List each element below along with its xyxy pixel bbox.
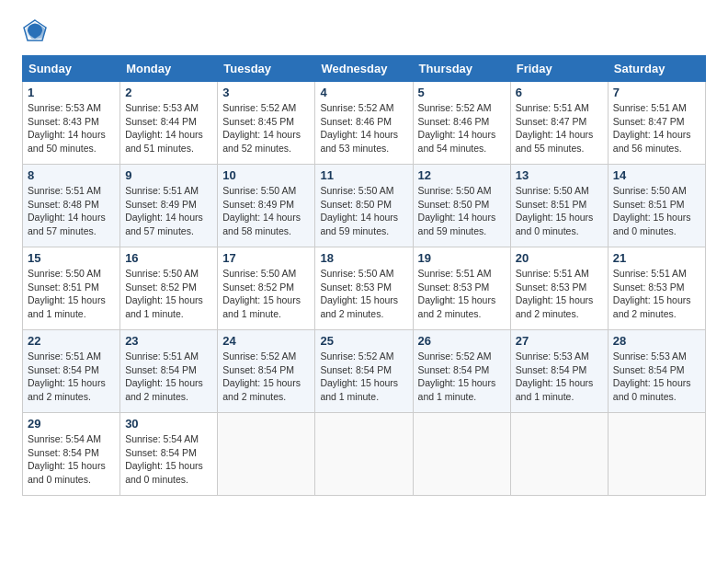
day-info: Sunrise: 5:50 AM Sunset: 8:53 PM Dayligh… xyxy=(320,267,407,321)
day-cell-22: 22Sunrise: 5:51 AM Sunset: 8:54 PM Dayli… xyxy=(23,330,120,413)
day-number: 2 xyxy=(125,86,212,99)
day-info: Sunrise: 5:53 AM Sunset: 8:54 PM Dayligh… xyxy=(516,350,603,404)
day-info: Sunrise: 5:50 AM Sunset: 8:52 PM Dayligh… xyxy=(125,267,212,321)
day-info: Sunrise: 5:52 AM Sunset: 8:54 PM Dayligh… xyxy=(418,350,506,404)
day-info: Sunrise: 5:53 AM Sunset: 8:54 PM Dayligh… xyxy=(613,350,700,404)
day-cell-25: 25Sunrise: 5:52 AM Sunset: 8:54 PM Dayli… xyxy=(315,330,413,413)
day-cell-20: 20Sunrise: 5:51 AM Sunset: 8:53 PM Dayli… xyxy=(510,247,608,330)
day-cell-24: 24Sunrise: 5:52 AM Sunset: 8:54 PM Dayli… xyxy=(218,330,315,413)
day-cell-27: 27Sunrise: 5:53 AM Sunset: 8:54 PM Dayli… xyxy=(510,330,608,413)
day-cell-19: 19Sunrise: 5:51 AM Sunset: 8:53 PM Dayli… xyxy=(413,247,510,330)
day-info: Sunrise: 5:52 AM Sunset: 8:46 PM Dayligh… xyxy=(418,101,506,155)
day-number: 27 xyxy=(516,334,603,348)
day-number: 6 xyxy=(516,86,603,99)
empty-cell xyxy=(218,413,315,496)
day-info: Sunrise: 5:51 AM Sunset: 8:54 PM Dayligh… xyxy=(28,350,115,404)
day-info: Sunrise: 5:52 AM Sunset: 8:45 PM Dayligh… xyxy=(222,101,310,155)
day-cell-12: 12Sunrise: 5:50 AM Sunset: 8:50 PM Dayli… xyxy=(413,165,510,247)
day-info: Sunrise: 5:50 AM Sunset: 8:50 PM Dayligh… xyxy=(320,184,407,238)
day-number: 24 xyxy=(222,334,310,348)
day-number: 3 xyxy=(222,86,310,99)
empty-cell xyxy=(510,413,608,496)
day-cell-16: 16Sunrise: 5:50 AM Sunset: 8:52 PM Dayli… xyxy=(120,247,218,330)
day-cell-29: 29Sunrise: 5:54 AM Sunset: 8:54 PM Dayli… xyxy=(23,413,120,496)
day-info: Sunrise: 5:51 AM Sunset: 8:47 PM Dayligh… xyxy=(516,101,603,155)
day-cell-13: 13Sunrise: 5:50 AM Sunset: 8:51 PM Dayli… xyxy=(510,165,608,247)
week-row-2: 8Sunrise: 5:51 AM Sunset: 8:48 PM Daylig… xyxy=(23,165,706,247)
day-number: 12 xyxy=(418,168,506,182)
day-cell-4: 4Sunrise: 5:52 AM Sunset: 8:46 PM Daylig… xyxy=(315,82,413,165)
week-row-4: 22Sunrise: 5:51 AM Sunset: 8:54 PM Dayli… xyxy=(23,330,706,413)
header-cell-monday: Monday xyxy=(120,56,218,82)
logo xyxy=(22,18,51,44)
day-number: 11 xyxy=(320,168,407,182)
day-number: 30 xyxy=(125,417,212,431)
day-number: 5 xyxy=(418,86,506,99)
day-info: Sunrise: 5:54 AM Sunset: 8:54 PM Dayligh… xyxy=(125,432,212,487)
day-cell-6: 6Sunrise: 5:51 AM Sunset: 8:47 PM Daylig… xyxy=(510,82,608,165)
day-cell-28: 28Sunrise: 5:53 AM Sunset: 8:54 PM Dayli… xyxy=(608,330,705,413)
day-cell-18: 18Sunrise: 5:50 AM Sunset: 8:53 PM Dayli… xyxy=(315,247,413,330)
day-number: 14 xyxy=(613,168,700,182)
day-info: Sunrise: 5:51 AM Sunset: 8:47 PM Dayligh… xyxy=(613,101,700,155)
empty-cell xyxy=(315,413,413,496)
day-number: 25 xyxy=(320,334,407,348)
empty-cell xyxy=(608,413,705,496)
day-info: Sunrise: 5:52 AM Sunset: 8:46 PM Dayligh… xyxy=(320,101,407,155)
day-info: Sunrise: 5:50 AM Sunset: 8:49 PM Dayligh… xyxy=(222,184,310,238)
day-cell-14: 14Sunrise: 5:50 AM Sunset: 8:51 PM Dayli… xyxy=(608,165,705,247)
day-info: Sunrise: 5:51 AM Sunset: 8:49 PM Dayligh… xyxy=(125,184,212,238)
day-cell-15: 15Sunrise: 5:50 AM Sunset: 8:51 PM Dayli… xyxy=(23,247,120,330)
day-number: 15 xyxy=(28,251,115,265)
header-cell-sunday: Sunday xyxy=(23,56,120,82)
day-info: Sunrise: 5:50 AM Sunset: 8:51 PM Dayligh… xyxy=(516,184,603,238)
day-info: Sunrise: 5:53 AM Sunset: 8:44 PM Dayligh… xyxy=(125,101,212,155)
day-info: Sunrise: 5:52 AM Sunset: 8:54 PM Dayligh… xyxy=(320,350,407,404)
day-info: Sunrise: 5:51 AM Sunset: 8:48 PM Dayligh… xyxy=(28,184,115,238)
week-row-1: 1Sunrise: 5:53 AM Sunset: 8:43 PM Daylig… xyxy=(23,82,706,165)
day-info: Sunrise: 5:54 AM Sunset: 8:54 PM Dayligh… xyxy=(28,432,115,487)
day-info: Sunrise: 5:51 AM Sunset: 8:54 PM Dayligh… xyxy=(125,350,212,404)
day-cell-23: 23Sunrise: 5:51 AM Sunset: 8:54 PM Dayli… xyxy=(120,330,218,413)
day-cell-7: 7Sunrise: 5:51 AM Sunset: 8:47 PM Daylig… xyxy=(608,82,705,165)
day-number: 9 xyxy=(125,168,212,182)
day-info: Sunrise: 5:51 AM Sunset: 8:53 PM Dayligh… xyxy=(418,267,506,321)
page-header xyxy=(22,18,706,44)
day-number: 16 xyxy=(125,251,212,265)
header-cell-wednesday: Wednesday xyxy=(315,56,413,82)
day-number: 28 xyxy=(613,334,700,348)
day-info: Sunrise: 5:53 AM Sunset: 8:43 PM Dayligh… xyxy=(28,101,115,155)
day-number: 29 xyxy=(28,417,115,431)
day-number: 13 xyxy=(516,168,603,182)
day-cell-3: 3Sunrise: 5:52 AM Sunset: 8:45 PM Daylig… xyxy=(218,82,315,165)
day-info: Sunrise: 5:50 AM Sunset: 8:50 PM Dayligh… xyxy=(418,184,506,238)
day-number: 21 xyxy=(613,251,700,265)
day-number: 18 xyxy=(320,251,407,265)
day-info: Sunrise: 5:50 AM Sunset: 8:51 PM Dayligh… xyxy=(613,184,700,238)
day-cell-8: 8Sunrise: 5:51 AM Sunset: 8:48 PM Daylig… xyxy=(23,165,120,247)
week-row-3: 15Sunrise: 5:50 AM Sunset: 8:51 PM Dayli… xyxy=(23,247,706,330)
day-number: 20 xyxy=(516,251,603,265)
day-info: Sunrise: 5:51 AM Sunset: 8:53 PM Dayligh… xyxy=(516,267,603,321)
day-cell-2: 2Sunrise: 5:53 AM Sunset: 8:44 PM Daylig… xyxy=(120,82,218,165)
header-row: SundayMondayTuesdayWednesdayThursdayFrid… xyxy=(23,56,706,82)
day-number: 1 xyxy=(28,86,115,99)
day-number: 23 xyxy=(125,334,212,348)
day-cell-9: 9Sunrise: 5:51 AM Sunset: 8:49 PM Daylig… xyxy=(120,165,218,247)
day-number: 10 xyxy=(222,168,310,182)
day-info: Sunrise: 5:51 AM Sunset: 8:53 PM Dayligh… xyxy=(613,267,700,321)
day-info: Sunrise: 5:50 AM Sunset: 8:52 PM Dayligh… xyxy=(222,267,310,321)
day-number: 7 xyxy=(613,86,700,99)
logo-icon xyxy=(22,18,48,44)
day-cell-26: 26Sunrise: 5:52 AM Sunset: 8:54 PM Dayli… xyxy=(413,330,510,413)
day-info: Sunrise: 5:52 AM Sunset: 8:54 PM Dayligh… xyxy=(222,350,310,404)
day-number: 17 xyxy=(222,251,310,265)
empty-cell xyxy=(413,413,510,496)
week-row-5: 29Sunrise: 5:54 AM Sunset: 8:54 PM Dayli… xyxy=(23,413,706,496)
day-cell-30: 30Sunrise: 5:54 AM Sunset: 8:54 PM Dayli… xyxy=(120,413,218,496)
calendar-table: SundayMondayTuesdayWednesdayThursdayFrid… xyxy=(22,55,706,496)
day-cell-21: 21Sunrise: 5:51 AM Sunset: 8:53 PM Dayli… xyxy=(608,247,705,330)
day-number: 22 xyxy=(28,334,115,348)
day-number: 19 xyxy=(418,251,506,265)
day-info: Sunrise: 5:50 AM Sunset: 8:51 PM Dayligh… xyxy=(28,267,115,321)
